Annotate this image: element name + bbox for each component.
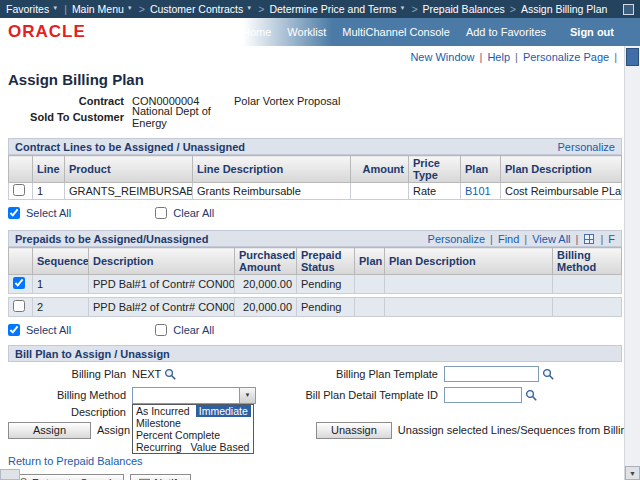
notify-label: Notify — [154, 477, 182, 480]
return-to-search-button[interactable]: Return to Search — [8, 474, 124, 480]
notify-button[interactable]: Notify — [130, 474, 191, 480]
dropdown-option[interactable]: Percent Complete — [133, 429, 223, 441]
breadcrumb-assign-billing-plan[interactable]: Assign Billing Plan — [521, 3, 607, 15]
column-header-description: Description — [89, 248, 235, 275]
cell-sequence: 2 — [33, 298, 89, 317]
clear-all-checkbox[interactable] — [155, 207, 167, 219]
multichannel-console-link[interactable]: MultiChannel Console — [342, 26, 450, 38]
dropdown-option[interactable]: Value Based — [188, 441, 253, 453]
sign-out-link[interactable]: Sign out — [570, 26, 614, 38]
link-separator: | — [490, 233, 493, 245]
download-grid-icon[interactable] — [584, 234, 594, 244]
breadcrumb-favorites[interactable]: Favorites — [6, 3, 49, 15]
lookup-icon[interactable] — [164, 368, 177, 381]
personalize-link[interactable]: Personalize — [558, 141, 615, 153]
cell-prepaid-status: Pending — [297, 298, 355, 317]
horizontal-scrollbar-corner[interactable] — [0, 469, 20, 480]
prepaids-select-row: Select All Clear All — [8, 323, 622, 337]
clear-all-label[interactable]: Clear All — [173, 324, 214, 336]
scrollbar-thumb[interactable] — [626, 48, 639, 66]
chevron-down-icon: ▼ — [246, 5, 252, 11]
worklist-link[interactable]: Worklist — [287, 26, 326, 38]
find-link[interactable]: Find — [498, 233, 519, 245]
billing-plan-template-input[interactable] — [444, 366, 539, 382]
chevron-down-icon: ▼ — [399, 5, 405, 11]
personalize-page-link[interactable]: Personalize Page — [523, 51, 609, 63]
dropdown-option[interactable]: Recurring — [133, 441, 185, 453]
page-links: New Window | Help | Personalize Page | — [8, 50, 622, 63]
select-all-label[interactable]: Select All — [26, 324, 71, 336]
help-link[interactable]: Help — [487, 51, 510, 63]
assign-button[interactable]: Assign — [8, 422, 91, 439]
dropdown-option[interactable]: Milestone — [133, 417, 184, 429]
billing-plan-template-label: Billing Plan Template — [272, 368, 444, 380]
cell-plan — [355, 298, 385, 317]
billing-method-row: Billing Method ▼ As Incurred Immediate M… — [8, 386, 622, 404]
billing-method-select[interactable]: ▼ As Incurred Immediate Milestone Percen… — [132, 387, 256, 404]
breadcrumb-main-menu[interactable]: Main Menu — [72, 3, 124, 15]
contract-lines-title: Contract Lines to be Assigned / Unassign… — [15, 141, 245, 153]
plan-link[interactable]: B101 — [465, 185, 491, 197]
unassign-button[interactable]: Unassign — [316, 422, 392, 439]
lookup-icon[interactable] — [542, 368, 555, 381]
billing-plan-value: NEXT — [132, 368, 161, 380]
clear-all-label[interactable]: Clear All — [173, 207, 214, 219]
row-select-checkbox[interactable] — [13, 184, 25, 196]
footer-buttons: Return to Search Notify — [8, 474, 622, 480]
vertical-scrollbar[interactable]: ▼ — [624, 46, 640, 480]
cell-description: PPD Bal#2 of Contr# CON0000004 — [89, 298, 235, 317]
link-separator: | — [614, 51, 617, 63]
bill-plan-title: Bill Plan to Assign / Unassign — [15, 348, 170, 360]
select-all-checkbox[interactable] — [8, 324, 20, 336]
first-link[interactable]: F — [608, 233, 615, 245]
column-header-prepaid-status: Prepaid Status — [297, 248, 355, 275]
cell-plan-description: Cost Reimbursable PLan — [501, 183, 622, 200]
breadcrumb-separator: > — [139, 3, 145, 15]
cell-line-description: Grants Reimbursable — [193, 183, 351, 200]
breadcrumb-customer-contracts[interactable]: Customer Contracts — [150, 3, 243, 15]
link-separator: | — [480, 51, 483, 63]
personalize-link[interactable]: Personalize — [428, 233, 485, 245]
contract-description: Polar Vortex Proposal — [234, 95, 340, 107]
dropdown-option[interactable]: As Incurred — [133, 405, 193, 417]
dropdown-option-selected[interactable]: Immediate — [196, 405, 251, 417]
row-select-checkbox[interactable] — [13, 300, 25, 312]
cell-prepaid-status: Pending — [297, 275, 355, 294]
return-to-prepaid-balances-link[interactable]: Return to Prepaid Balances — [8, 455, 168, 468]
cell-purchased-amount: 20,000.00 — [235, 275, 297, 294]
home-link[interactable]: Home — [242, 26, 271, 38]
breadcrumb-prepaid-balances[interactable]: Prepaid Balances — [423, 3, 505, 15]
sold-to-label: Sold To Customer — [8, 111, 132, 123]
breadcrumb-separator: > — [411, 3, 417, 15]
bill-plan-detail-input[interactable] — [444, 387, 522, 403]
column-header-checkbox — [9, 156, 33, 183]
select-all-label[interactable]: Select All — [26, 207, 71, 219]
row-select-checkbox[interactable] — [13, 277, 25, 289]
nav-bar-icon[interactable] — [623, 4, 634, 15]
breadcrumb-determine-price-terms[interactable]: Determine Price and Terms — [269, 3, 396, 15]
clear-all-checkbox[interactable] — [155, 324, 167, 336]
new-window-link[interactable]: New Window — [410, 51, 474, 63]
oracle-logo: ORACLE — [0, 22, 86, 42]
column-header-purchased-amount: Purchased Amount — [235, 248, 297, 275]
prepaids-title: Prepaids to be Assigned/Unassigned — [15, 233, 208, 245]
dropdown-arrow-icon[interactable]: ▼ — [239, 388, 255, 403]
link-separator: | — [576, 233, 579, 245]
column-header-line-description: Line Description — [193, 156, 351, 183]
header-links: Home Worklist MultiChannel Console Add t… — [242, 26, 640, 38]
billing-plan-label: Billing Plan — [8, 368, 132, 380]
view-all-link[interactable]: View All — [532, 233, 570, 245]
lookup-icon[interactable] — [525, 389, 538, 402]
contract-lines-grid: Line Product Line Description Amount Pri… — [8, 155, 622, 200]
column-header-plan-description: Plan Description — [501, 156, 622, 183]
cell-line: 1 — [33, 183, 65, 200]
select-all-checkbox[interactable] — [8, 207, 20, 219]
add-to-favorites-link[interactable]: Add to Favorites — [466, 26, 546, 38]
column-header-plan: Plan — [355, 248, 385, 275]
scrollbar-down-arrow-icon[interactable]: ▼ — [625, 466, 640, 480]
table-row: 2 PPD Bal#2 of Contr# CON0000004 20,000.… — [9, 298, 622, 317]
header-bar: ORACLE Home Worklist MultiChannel Consol… — [0, 18, 640, 46]
description-row: Description — [8, 405, 622, 419]
column-header-plan-description: Plan Description — [385, 248, 553, 275]
unassign-hint-text: Unassign selected Lines/Sequences from B… — [398, 424, 640, 436]
